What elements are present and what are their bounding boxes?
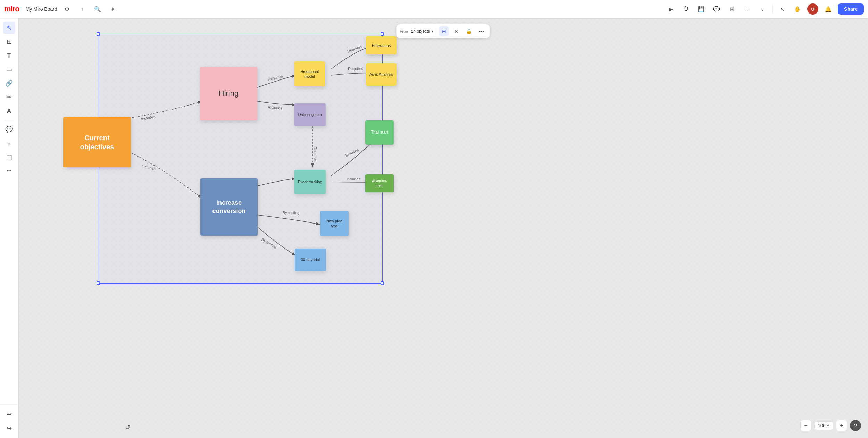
svg-text:Requires: Requires <box>348 67 364 71</box>
cursor-icon[interactable]: ↖ <box>777 3 788 15</box>
magic-icon[interactable]: ✦ <box>107 3 118 15</box>
timer-icon[interactable]: ⏱ <box>681 3 692 15</box>
node-data-engineer[interactable]: Data engineer <box>294 103 326 126</box>
hand-icon[interactable]: ✋ <box>792 3 803 15</box>
filter-count: 24 objects <box>411 29 430 34</box>
node-headcount-model[interactable]: Headcount model <box>294 61 325 86</box>
svg-text:Includes: Includes <box>141 115 156 121</box>
bottom-left-tools: ↩ ↪ <box>0 404 18 438</box>
search-icon[interactable]: 🔍 <box>92 3 103 15</box>
sidebar: ↖ ⊞ T ▭ 🔗 ✏ A 💬 + ◫ ••• <box>0 18 18 438</box>
handle-br[interactable] <box>381 281 384 285</box>
bottom-controls: − 100% + ? <box>800 420 861 431</box>
tool-text[interactable]: T <box>3 49 15 62</box>
spinner-icon: ↺ <box>125 423 130 431</box>
board-title[interactable]: My Miro Board <box>26 6 57 12</box>
node-current-objectives[interactable]: Current objectives <box>63 117 131 167</box>
zoom-level-display: 100% <box>814 421 833 430</box>
node-event-tracking[interactable]: Event tracking <box>294 170 326 194</box>
ellipsis-icon[interactable]: ••• <box>477 26 486 36</box>
tool-more[interactable]: ••• <box>3 165 15 177</box>
filter-chevron: ▾ <box>431 29 433 34</box>
handle-tl[interactable] <box>97 32 100 36</box>
table-icon[interactable]: ⊞ <box>726 3 737 15</box>
svg-text:Includes: Includes <box>345 148 360 157</box>
zoom-in-button[interactable]: + <box>836 420 847 431</box>
filter-bar: Filter 24 objects ▾ ⊟ ⊠ 🔒 ••• <box>396 24 490 38</box>
lock-icon[interactable]: 🔒 <box>464 26 474 36</box>
tool-pen[interactable]: ✏ <box>3 91 15 103</box>
svg-text:Requires: Requires <box>347 44 363 53</box>
tool-link[interactable]: 🔗 <box>3 77 15 90</box>
help-button[interactable]: ? <box>850 420 861 431</box>
arrows-layer: Includes Includes Requires Includes Requ… <box>18 18 868 438</box>
share-button[interactable]: Share <box>838 3 864 15</box>
tool-select[interactable]: ↖ <box>3 22 15 34</box>
canvas[interactable]: Filter 24 objects ▾ ⊟ ⊠ 🔒 ••• <box>18 18 868 438</box>
undo-icon[interactable]: ↩ <box>3 408 15 421</box>
node-hiring[interactable]: Hiring <box>200 67 257 120</box>
redo-icon[interactable]: ↪ <box>3 422 15 435</box>
node-as-is-analysis[interactable]: As-is Analysis <box>366 63 397 86</box>
svg-text:Requires: Requires <box>313 146 317 162</box>
tool-marker[interactable]: A <box>3 105 15 117</box>
svg-text:Includes: Includes <box>268 105 283 110</box>
save-icon[interactable]: 💾 <box>696 3 707 15</box>
node-abandonment[interactable]: Abandon-ment <box>365 174 394 192</box>
handle-bl[interactable] <box>97 281 100 285</box>
list-view-icon[interactable]: ⊠ <box>452 26 461 36</box>
node-trial-start[interactable]: Trial start <box>365 120 394 145</box>
upload-icon[interactable]: ↑ <box>77 3 88 15</box>
more-icon[interactable]: ⌄ <box>757 3 768 15</box>
tool-shape[interactable]: + <box>3 137 15 150</box>
node-increase-conversion[interactable]: Increase conversion <box>200 178 258 236</box>
node-thirty-day-trial[interactable]: 30-day trial <box>295 249 326 271</box>
bell-icon[interactable]: 🔔 <box>823 3 834 15</box>
list-icon[interactable]: ≡ <box>742 3 753 15</box>
svg-text:Includes: Includes <box>141 164 156 171</box>
grid-view-icon[interactable]: ⊟ <box>439 26 449 36</box>
tool-comment[interactable]: 💬 <box>3 123 15 136</box>
settings-icon[interactable]: ⚙ <box>61 3 73 15</box>
handle-tr[interactable] <box>381 32 384 36</box>
comment-icon[interactable]: 💬 <box>711 3 722 15</box>
user-avatar[interactable]: U <box>807 3 818 15</box>
svg-text:By testing: By testing <box>283 211 299 215</box>
node-new-plan-type[interactable]: New plan type <box>320 211 349 236</box>
svg-text:By testing: By testing <box>261 237 277 249</box>
topbar: miro My Miro Board ⚙ ↑ 🔍 ✦ ▶ ⏱ 💾 💬 ⊞ ≡ ⌄… <box>0 0 868 18</box>
svg-text:Requires: Requires <box>267 74 283 81</box>
tool-frames[interactable]: ⊞ <box>3 35 15 48</box>
play-icon[interactable]: ▶ <box>665 3 676 15</box>
svg-text:Includes: Includes <box>346 177 360 181</box>
zoom-out-button[interactable]: − <box>800 420 811 431</box>
filter-dropdown[interactable]: 24 objects ▾ <box>411 29 433 34</box>
node-projections[interactable]: Projections <box>366 36 397 54</box>
tool-sticky[interactable]: ▭ <box>3 63 15 76</box>
filter-label: Filter <box>400 29 408 33</box>
tool-embed[interactable]: ◫ <box>3 151 15 163</box>
miro-logo: miro <box>4 5 19 14</box>
